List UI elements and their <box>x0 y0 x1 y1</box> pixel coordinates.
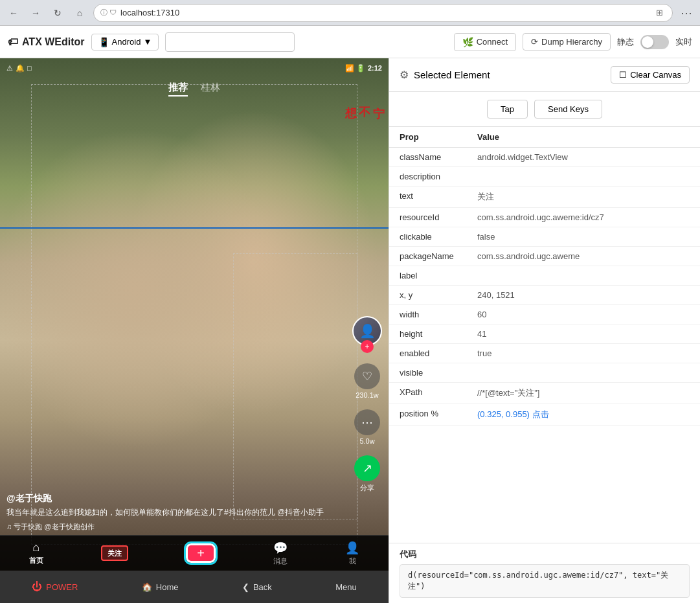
comment-count: 5.0w <box>359 437 374 445</box>
toggle-knob <box>642 36 653 48</box>
search-input[interactable] <box>165 32 295 52</box>
prop-name-cell: visible <box>389 363 467 383</box>
share-label: 分享 <box>360 483 374 493</box>
avatar-container[interactable]: 👤 + <box>352 316 382 353</box>
prop-value-cell: 41 <box>467 324 700 344</box>
prop-value-cell: 60 <box>467 305 700 324</box>
properties-table: Prop Value classNameandroid.widget.TextV… <box>389 127 700 543</box>
app-logo: 🏷 ATX WEditor <box>8 36 85 48</box>
back-button[interactable]: ❮ Back <box>234 578 280 596</box>
table-row: x, y240, 1521 <box>389 286 700 305</box>
dump-icon: ⟳ <box>531 37 538 47</box>
video-author: @老于快跑 <box>6 493 343 505</box>
home-icon: 🏠 <box>142 582 152 592</box>
status-icons: ⚠ 🔔 □ <box>6 64 32 73</box>
like-button[interactable]: ♡ 230.1w <box>354 363 380 399</box>
follow-highlight: 关注 <box>101 545 128 561</box>
clear-canvas-button[interactable]: ☐ Clear Canvas <box>611 66 690 84</box>
menu-label: Menu <box>335 582 357 592</box>
video-description: 我当年就是这么追到我媳妇的，如何脱单能教你们的都在这儿了#抖出你的范儿 @抖音小… <box>6 507 343 518</box>
security-icon: ⓘ 🛡 <box>100 8 117 17</box>
table-row: resourceIdcom.ss.android.ugc.aweme:id/cz… <box>389 208 700 227</box>
clear-icon: ☐ <box>619 70 627 80</box>
device-selector[interactable]: 📱 Android ▼ <box>91 34 159 51</box>
prop-value-cell: android.widget.TextView <box>467 148 700 167</box>
realtime-toggle[interactable] <box>640 35 669 49</box>
prop-name-cell: x, y <box>389 286 467 305</box>
prop-name-cell: width <box>389 305 467 324</box>
video-info: @老于快跑 我当年就是这么追到我媳妇的，如何脱单能教你们的都在这儿了#抖出你的范… <box>6 493 343 532</box>
tab-location[interactable]: 桂林 <box>201 82 220 97</box>
code-label: 代码 <box>400 549 690 560</box>
phone-screen[interactable]: 宁不想 ⚠ 🔔 □ 📶 🔋 <box>0 58 389 571</box>
prop-name-cell: resourceId <box>389 208 467 227</box>
address-bar[interactable]: ⓘ 🛡 localhost:17310 ⊞ <box>93 4 673 22</box>
panel-title: ⚙ Selected Element <box>400 69 490 81</box>
me-nav-icon: 👤 <box>345 541 359 555</box>
tab-recommended[interactable]: 推荐 <box>168 82 188 97</box>
prop-name-cell: label <box>389 266 467 286</box>
panel-header: ⚙ Selected Element ☐ Clear Canvas <box>389 58 700 92</box>
warning-icon: ⚠ <box>6 64 13 73</box>
code-value[interactable]: d(resourceId="com.ss.android.ugc.aweme:i… <box>400 564 690 598</box>
status-bar: ⚠ 🔔 □ 📶 🔋 2:12 <box>0 58 389 78</box>
power-button[interactable]: ⏻ POWER <box>24 577 85 597</box>
qr-icon: ⊞ <box>653 6 666 19</box>
home-button[interactable]: 🏠 Home <box>134 578 186 596</box>
connect-button[interactable]: 🌿 Connect <box>454 33 516 51</box>
settings-gear-icon: ⚙ <box>400 69 409 81</box>
nav-follow[interactable]: 关注 <box>101 545 128 561</box>
connect-icon: 🌿 <box>462 37 473 47</box>
main-content: 宁不想 ⚠ 🔔 □ 📶 🔋 <box>0 58 700 603</box>
nav-messages-label: 消息 <box>273 556 288 566</box>
table-row: height41 <box>389 324 700 344</box>
share-button[interactable]: ↗ 分享 <box>354 455 380 493</box>
browser-menu-button[interactable]: ⋯ <box>678 6 695 20</box>
follow-plus-btn[interactable]: + <box>361 340 374 353</box>
like-count: 230.1w <box>356 391 378 399</box>
prop-name-cell: text <box>389 187 467 208</box>
prop-column-header: Prop <box>389 127 467 148</box>
browser-reload-button[interactable]: ↻ <box>49 5 66 21</box>
app-name: ATX WEditor <box>22 36 85 48</box>
prop-value-cell: com.ss.android.ugc.aweme <box>467 247 700 266</box>
tap-button[interactable]: Tap <box>487 100 528 119</box>
table-row: packageNamecom.ss.android.ugc.aweme <box>389 247 700 266</box>
prop-name-cell: height <box>389 324 467 344</box>
realtime-label: 实时 <box>675 36 692 48</box>
logo-icon: 🏷 <box>8 36 18 48</box>
prop-name-cell: description <box>389 167 467 187</box>
prop-value-cell <box>467 266 700 286</box>
browser-back-button[interactable]: ← <box>5 5 22 21</box>
nav-messages[interactable]: 💬 消息 <box>273 541 288 566</box>
browser-chrome: ← → ↻ ⌂ ⓘ 🛡 localhost:17310 ⊞ ⋯ <box>0 0 700 26</box>
clear-canvas-label: Clear Canvas <box>630 70 681 80</box>
home-nav-icon: ⌂ <box>32 541 40 554</box>
plus-icon: + <box>186 543 216 563</box>
dump-label: Dump Hierarchy <box>541 37 602 47</box>
right-status-icons: 📶 🔋 2:12 <box>345 64 382 73</box>
connect-label: Connect <box>477 37 508 47</box>
phone-area: 宁不想 ⚠ 🔔 □ 📶 🔋 <box>0 58 389 603</box>
prop-name-cell: className <box>389 148 467 167</box>
menu-button[interactable]: Menu <box>328 578 365 596</box>
power-icon: ⏻ <box>32 581 42 593</box>
table-row: clickablefalse <box>389 227 700 247</box>
browser-forward-button[interactable]: → <box>27 5 44 21</box>
prop-value-cell[interactable]: (0.325, 0.955) 点击 <box>467 404 700 426</box>
nav-plus[interactable]: + <box>186 543 216 563</box>
prop-value-cell: 240, 1521 <box>467 286 700 305</box>
android-icon: 📱 <box>98 37 109 47</box>
notification-icon: 🔔 <box>16 64 25 73</box>
send-keys-button[interactable]: Send Keys <box>534 100 602 119</box>
dump-hierarchy-button[interactable]: ⟳ Dump Hierarchy <box>523 33 611 51</box>
browser-home-button[interactable]: ⌂ <box>71 5 88 21</box>
table-row: XPath//*[@text="关注"] <box>389 383 700 404</box>
table-row: enabledtrue <box>389 344 700 363</box>
nav-me[interactable]: 👤 我 <box>345 541 359 566</box>
comment-button[interactable]: ⋯ 5.0w <box>354 409 380 445</box>
code-section: 代码 d(resourceId="com.ss.android.ugc.awem… <box>389 543 700 603</box>
nav-home[interactable]: ⌂ 首页 <box>29 541 43 565</box>
table-row: width60 <box>389 305 700 324</box>
video-music: ♫ 亏于快跑 @老于快跑创作 <box>6 522 343 532</box>
